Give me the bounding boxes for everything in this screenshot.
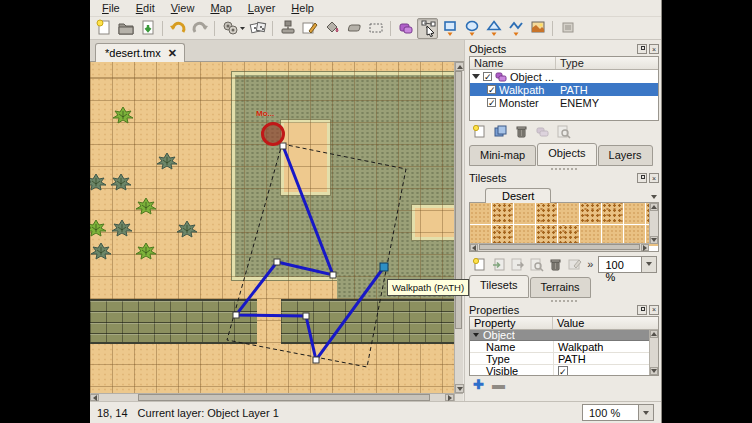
scroll-left-icon[interactable]: [470, 244, 478, 251]
float-dock-icon[interactable]: [637, 305, 647, 315]
insert-polyline-icon[interactable]: [505, 18, 526, 39]
tab-objects[interactable]: Objects: [537, 143, 596, 166]
property-row-name[interactable]: Name Walkpath: [470, 341, 658, 353]
close-dock-icon[interactable]: ×: [649, 305, 659, 315]
tileset-zoom-combo[interactable]: 100 %: [598, 256, 657, 273]
open-map-icon[interactable]: [115, 18, 136, 39]
save-map-icon[interactable]: [137, 18, 158, 39]
tab-terrains[interactable]: Terrains: [530, 277, 591, 298]
combo-dropdown-icon[interactable]: [638, 405, 653, 420]
column-property[interactable]: Property: [470, 317, 553, 329]
menu-layer[interactable]: Layer: [240, 1, 284, 15]
map-canvas[interactable]: Mo...: [90, 62, 454, 393]
visibility-checkbox[interactable]: ✓: [487, 85, 496, 94]
close-dock-icon[interactable]: ×: [649, 44, 659, 54]
new-tileset-icon[interactable]: [471, 256, 487, 273]
scroll-down-icon[interactable]: [455, 384, 464, 393]
column-value[interactable]: Value: [553, 317, 658, 329]
terrain-brush-icon[interactable]: [299, 18, 320, 39]
property-type-value[interactable]: PATH: [553, 353, 658, 365]
hscroll-thumb[interactable]: [138, 394, 430, 401]
random-mode-icon[interactable]: [247, 18, 268, 39]
menu-view[interactable]: View: [163, 1, 203, 15]
object-properties-icon[interactable]: [555, 123, 572, 140]
tileset-tile-speck[interactable]: [536, 203, 557, 224]
scroll-left-icon[interactable]: [90, 394, 99, 401]
float-dock-icon[interactable]: [637, 44, 647, 54]
column-name[interactable]: Name: [470, 57, 556, 69]
insert-ellipse-icon[interactable]: [461, 18, 482, 39]
tab-tilesets[interactable]: Tilesets: [469, 275, 529, 298]
menu-help[interactable]: Help: [283, 1, 322, 15]
export-tileset-icon[interactable]: [509, 256, 525, 273]
tileset-tile-speck[interactable]: [580, 203, 601, 224]
monster-row[interactable]: ✓ Monster ENEMY: [470, 96, 658, 109]
delete-object-icon[interactable]: [513, 123, 530, 140]
column-type[interactable]: Type: [556, 57, 658, 69]
properties-vscrollbar[interactable]: [649, 330, 658, 375]
tileset-tile-sand[interactable]: [624, 203, 645, 224]
redo-icon[interactable]: [189, 18, 210, 39]
menu-map[interactable]: Map: [202, 1, 239, 15]
tileset-tile-sand[interactable]: [558, 203, 579, 224]
add-object-icon[interactable]: [471, 123, 488, 140]
toolbar-overflow-button[interactable]: »: [585, 258, 595, 270]
tileset-view[interactable]: [469, 203, 659, 252]
tileset-list-dropdown-icon[interactable]: [651, 195, 657, 199]
scroll-down-icon[interactable]: [650, 367, 658, 375]
rect-select-icon[interactable]: [365, 18, 386, 39]
canvas-vscrollbar[interactable]: [454, 62, 463, 393]
tab-layers[interactable]: Layers: [598, 145, 653, 166]
insert-polygon-icon[interactable]: [483, 18, 504, 39]
remove-property-button[interactable]: ▬: [492, 380, 505, 390]
insert-tile-object-icon[interactable]: [527, 18, 548, 39]
move-object-to-layer-icon[interactable]: [534, 123, 551, 140]
tab-close-icon[interactable]: ✕: [168, 49, 177, 58]
scroll-up-icon[interactable]: [455, 62, 464, 71]
add-property-button[interactable]: ✚: [473, 380, 484, 390]
vertex-handle[interactable]: [313, 357, 319, 363]
tileset-tile-speck[interactable]: [602, 203, 623, 224]
tileset-tile-sand[interactable]: [514, 203, 535, 224]
close-dock-icon[interactable]: ×: [649, 173, 659, 183]
commands-icon[interactable]: [219, 18, 246, 39]
canvas-hscrollbar[interactable]: [90, 393, 454, 401]
undo-icon[interactable]: [167, 18, 188, 39]
monster-object[interactable]: [261, 122, 285, 146]
scroll-up-icon[interactable]: [650, 203, 658, 211]
duplicate-object-icon[interactable]: [492, 123, 509, 140]
property-group-object[interactable]: Object: [470, 330, 658, 341]
tab-mini-map[interactable]: Mini-map: [469, 145, 536, 166]
property-row-visible[interactable]: Visible ✓: [470, 365, 658, 376]
import-tileset-icon[interactable]: [490, 256, 506, 273]
tileset-tab-desert[interactable]: Desert: [485, 188, 551, 203]
visibility-checkbox[interactable]: ✓: [487, 98, 496, 107]
combo-dropdown-icon[interactable]: [641, 257, 656, 272]
edit-terrain-icon[interactable]: [566, 256, 582, 273]
bucket-fill-icon[interactable]: [321, 18, 342, 39]
eraser-icon[interactable]: [343, 18, 364, 39]
float-dock-icon[interactable]: [637, 173, 647, 183]
tileset-properties-icon[interactable]: [528, 256, 544, 273]
object-layer-row[interactable]: ✓ Object ...: [470, 70, 658, 83]
tileset-hscroll-thumb[interactable]: [479, 244, 640, 250]
delete-tileset-icon[interactable]: [547, 256, 563, 273]
tileset-tile-speck[interactable]: [492, 203, 513, 224]
walkpath-row[interactable]: ✓ Walkpath PATH: [470, 83, 658, 96]
edit-polygons-icon[interactable]: [417, 18, 438, 39]
scroll-right-icon[interactable]: [641, 244, 649, 251]
expander-icon[interactable]: [472, 74, 480, 79]
property-row-type[interactable]: Type PATH: [470, 353, 658, 365]
visible-checkbox[interactable]: ✓: [558, 366, 568, 377]
menu-file[interactable]: File: [94, 1, 128, 15]
tab-desert-tmx[interactable]: *desert.tmx ✕: [95, 43, 185, 62]
insert-rectangle-icon[interactable]: [439, 18, 460, 39]
tileset-hscrollbar[interactable]: [470, 243, 649, 251]
map-properties-icon[interactable]: [557, 18, 578, 39]
tileset-vscrollbar[interactable]: [649, 203, 658, 244]
map-zoom-combo[interactable]: 100 %: [582, 404, 654, 421]
visibility-checkbox[interactable]: ✓: [483, 72, 492, 81]
new-map-icon[interactable]: [93, 18, 114, 39]
select-objects-icon[interactable]: [395, 18, 416, 39]
scroll-up-icon[interactable]: [650, 330, 658, 338]
